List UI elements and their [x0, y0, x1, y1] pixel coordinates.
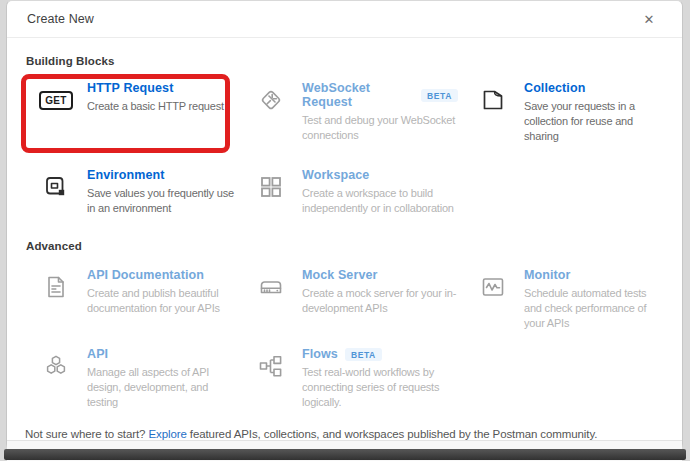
mock-server-icon — [240, 268, 302, 301]
card-title: WebSocket Request — [302, 81, 414, 109]
footer-note-prefix: Not sure where to start? — [25, 428, 148, 440]
api-documentation-icon — [25, 268, 87, 301]
card-description: Create a workspace to build independentl… — [302, 186, 458, 216]
card-description: Save values you frequently use in an env… — [87, 186, 236, 216]
dialog-content: Building Blocks GET HTTP Request Create … — [7, 38, 682, 440]
card-description: Save your requests in a collection for r… — [524, 99, 660, 144]
monitor-icon — [462, 268, 524, 301]
card-description: Schedule automated tests and check perfo… — [524, 286, 660, 331]
explore-link[interactable]: Explore — [148, 428, 186, 440]
card-collection[interactable]: Collection Save your requests in a colle… — [462, 81, 664, 144]
card-title: Mock Server — [302, 268, 377, 282]
footer-note: Not sure where to start? Explore feature… — [25, 428, 664, 440]
card-title: API — [87, 347, 108, 361]
section-label-advanced: Advanced — [26, 240, 664, 252]
card-description: Test real-world workflows by connecting … — [302, 365, 458, 410]
card-workspace[interactable]: Workspace Create a workspace to build in… — [240, 168, 462, 216]
dialog-header: Create New ✕ — [7, 1, 682, 38]
card-environment[interactable]: Environment Save values you frequently u… — [25, 168, 240, 216]
card-description: Test and debug your WebSocket connection… — [302, 113, 458, 143]
workspace-icon — [240, 168, 302, 201]
card-title: Workspace — [302, 168, 369, 182]
close-icon[interactable]: ✕ — [638, 8, 660, 30]
card-http-request[interactable]: GET HTTP Request Create a basic HTTP req… — [25, 81, 240, 144]
card-title: Environment — [87, 168, 165, 182]
card-title: HTTP Request — [87, 81, 173, 95]
footer-note-suffix: featured APIs, collections, and workspac… — [187, 428, 598, 440]
get-method-icon: GET — [25, 81, 87, 110]
dialog-title: Create New — [27, 12, 94, 26]
card-title: Monitor — [524, 268, 571, 282]
card-api-documentation[interactable]: API Documentation Create and publish bea… — [25, 268, 240, 331]
card-description: Create and publish beautiful documentati… — [87, 286, 236, 316]
beta-badge: BETA — [345, 348, 382, 361]
card-title: Collection — [524, 81, 585, 95]
card-title: Flows — [302, 347, 338, 361]
card-mock-server[interactable]: Mock Server Create a mock server for you… — [240, 268, 462, 331]
app-window-edge — [4, 449, 686, 460]
card-description: Manage all aspects of API design, develo… — [87, 365, 236, 410]
section-label-building-blocks: Building Blocks — [26, 55, 664, 67]
card-title: API Documentation — [87, 268, 204, 282]
card-description: Create a mock server for your in-develop… — [302, 286, 458, 316]
websocket-icon — [240, 81, 302, 114]
flows-icon — [240, 347, 302, 380]
api-hexagons-icon — [25, 347, 87, 380]
environment-icon — [25, 168, 87, 201]
collection-icon — [462, 81, 524, 114]
create-new-dialog: Create New ✕ Building Blocks GET HTTP Re… — [6, 0, 683, 450]
building-blocks-grid: GET HTTP Request Create a basic HTTP req… — [25, 81, 664, 216]
beta-badge: BETA — [421, 89, 458, 102]
card-description: Create a basic HTTP request — [87, 99, 236, 114]
card-flows[interactable]: Flows BETA Test real-world workflows by … — [240, 347, 462, 410]
card-websocket-request[interactable]: WebSocket Request BETA Test and debug yo… — [240, 81, 462, 144]
card-monitor[interactable]: Monitor Schedule automated tests and che… — [462, 268, 664, 331]
advanced-grid: API Documentation Create and publish bea… — [25, 268, 664, 410]
card-api[interactable]: API Manage all aspects of API design, de… — [25, 347, 240, 410]
